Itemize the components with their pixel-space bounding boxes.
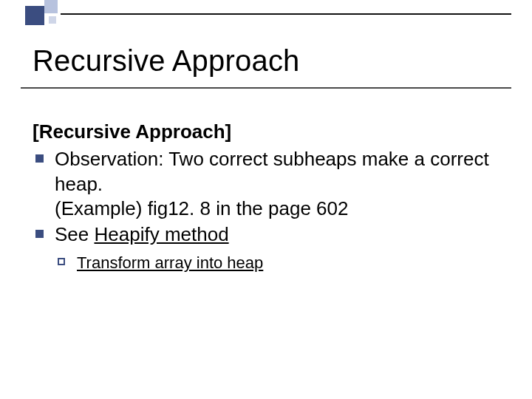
bullet-square-icon [35, 230, 44, 238]
slide-title: Recursive Approach [33, 44, 300, 78]
slide: Recursive Approach [Recursive Approach] … [0, 0, 532, 399]
subbullet-link-transform: Transform array into heap [77, 253, 263, 272]
bullet-outline-square-icon [58, 258, 65, 265]
slide-body: [Recursive Approach] Observation: Two co… [33, 120, 502, 273]
bullet-text-prefix: See [55, 223, 95, 245]
accent-bar [0, 0, 532, 25]
bullet-example-line: (Example) fig12. 8 in the page 602 [55, 197, 502, 221]
accent-square-small [49, 16, 56, 24]
bullet-text: Observation: Two correct subheaps make a… [55, 148, 489, 194]
accent-top-rule [61, 13, 511, 15]
bullet-observation: Observation: Two correct subheaps make a… [33, 147, 502, 221]
bullet-see-heapify: See Heapify method [33, 222, 502, 247]
bullet-square-icon [35, 154, 44, 163]
section-header: [Recursive Approach] [33, 120, 502, 144]
bullet-link-heapify: Heapify method [95, 223, 229, 245]
accent-square-medium [44, 0, 58, 13]
subbullet-transform: Transform array into heap [33, 253, 502, 273]
title-underline [21, 87, 511, 89]
accent-square-large [25, 6, 44, 25]
